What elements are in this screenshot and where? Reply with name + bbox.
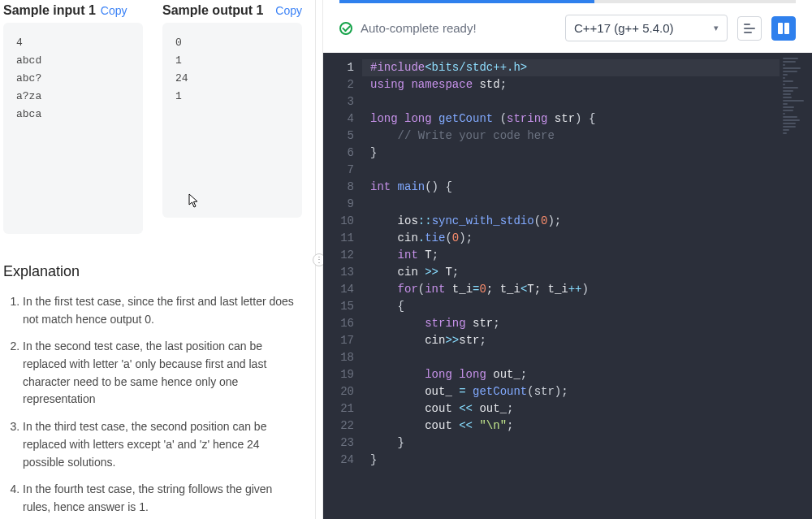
samples-row: Sample input 1 Copy 4 abcd abc? a?za abc… [3, 3, 302, 234]
explanation-item: In the second test case, the last positi… [23, 338, 302, 409]
copy-output-button[interactable]: Copy [275, 4, 302, 17]
check-circle-icon [339, 22, 352, 35]
minimap[interactable] [780, 53, 812, 519]
list-view-button[interactable] [737, 16, 762, 41]
copy-input-button[interactable]: Copy [101, 4, 127, 17]
editor-toolbar: Auto-complete ready! C++17 (g++ 5.4.0) ▾ [339, 15, 796, 53]
problem-panel: Sample input 1 Copy 4 abcd abc? a?za abc… [0, 0, 315, 519]
list-icon [744, 24, 755, 33]
sample-output-column: Sample output 1 Copy 0 1 24 1 [162, 3, 302, 234]
explanation-list: In the first test case, since the first … [3, 293, 302, 517]
line-gutter: 123456789101112131415161718192021222324 [323, 53, 362, 519]
sample-output-title: Sample output 1 [162, 3, 263, 18]
active-line-highlight [362, 59, 780, 76]
sample-input-box: 4 abcd abc? a?za abca [3, 23, 143, 234]
sample-input-title: Sample input 1 [3, 3, 96, 18]
explanation-item: In the fourth test case, the string foll… [23, 481, 302, 516]
sample-output-box: 0 1 24 1 [162, 23, 302, 218]
chevron-down-icon: ▾ [714, 23, 719, 33]
explanation-heading: Explanation [3, 263, 302, 280]
sample-input-column: Sample input 1 Copy 4 abcd abc? a?za abc… [3, 3, 143, 234]
panel-splitter[interactable]: ⋮ [315, 0, 323, 519]
language-selected: C++17 (g++ 5.4.0) [574, 21, 674, 35]
code-editor[interactable]: 123456789101112131415161718192021222324 … [323, 53, 812, 519]
explanation-item: In the first test case, since the first … [23, 293, 302, 328]
status-text: Auto-complete ready! [361, 21, 477, 35]
active-tab-indicator[interactable] [339, 0, 594, 3]
editor-panel: Auto-complete ready! C++17 (g++ 5.4.0) ▾… [323, 0, 812, 519]
code-area[interactable]: #include<bits/stdc++.h> using namespace … [362, 53, 780, 519]
split-view-button[interactable] [771, 16, 796, 41]
language-select[interactable]: C++17 (g++ 5.4.0) ▾ [565, 15, 728, 41]
columns-icon [778, 23, 789, 34]
explanation-item: In the third test case, the second posit… [23, 418, 302, 471]
tab-strip [339, 0, 796, 3]
autocomplete-status: Auto-complete ready! [339, 21, 555, 35]
